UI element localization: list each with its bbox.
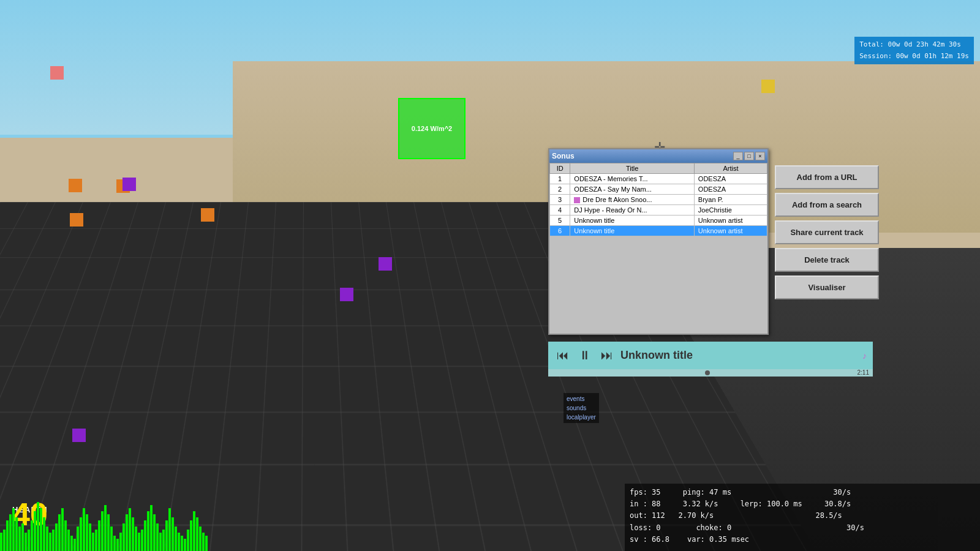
stat-fps: fps: 35 bbox=[630, 488, 661, 497]
svg-rect-58 bbox=[178, 533, 180, 551]
svg-rect-63 bbox=[193, 511, 195, 551]
svg-rect-14 bbox=[43, 517, 45, 551]
stat-rate3: 28.5/s bbox=[815, 511, 842, 520]
svg-rect-25 bbox=[77, 527, 79, 551]
stat-rate4: 30/s bbox=[846, 523, 864, 532]
svg-rect-21 bbox=[64, 520, 67, 551]
stat-rate1: 30/s bbox=[833, 488, 851, 497]
svg-rect-0 bbox=[0, 533, 2, 551]
track-row[interactable]: 6Unknown titleUnknown artist bbox=[550, 226, 767, 236]
prev-button[interactable]: ⏮ bbox=[554, 347, 571, 364]
svg-rect-57 bbox=[175, 527, 177, 551]
events-line2: sounds bbox=[567, 403, 596, 413]
share-track-button[interactable]: Share current track bbox=[775, 220, 879, 244]
track-artist: ODESZA bbox=[694, 174, 767, 184]
svg-rect-6 bbox=[18, 527, 21, 551]
svg-rect-4 bbox=[12, 508, 15, 551]
stat-var: var: 0.35 msec bbox=[687, 535, 749, 544]
stat-out: out: 112 bbox=[630, 511, 665, 520]
sonus-titlebar[interactable]: Sonus _ □ × bbox=[549, 149, 767, 163]
svg-rect-20 bbox=[61, 508, 64, 551]
svg-rect-3 bbox=[9, 514, 12, 551]
visualiser-button[interactable]: Visualiser bbox=[775, 276, 879, 299]
stat-choke: choke: 0 bbox=[696, 523, 731, 532]
track-table: ID Title Artist 1ODESZA - Memories T...O… bbox=[549, 163, 767, 236]
media-player-bar: ⏮ ⏸ ⏭ Unknown title ♪ bbox=[548, 342, 873, 369]
sonus-title: Sonus bbox=[552, 152, 575, 160]
track-title: ODESZA - Say My Nam... bbox=[570, 184, 695, 195]
events-line1: events bbox=[567, 394, 596, 403]
sonus-panel: Sonus _ □ × ID Title Artist 1ODESZA - Me… bbox=[548, 148, 769, 335]
events-line3: localplayer bbox=[567, 413, 596, 422]
track-title: Dre Dre ft Akon Snoo... bbox=[570, 195, 695, 205]
svg-rect-35 bbox=[107, 514, 110, 551]
session-value: 00w 0d 01h 12m 19s bbox=[896, 52, 969, 60]
sonus-close-button[interactable]: × bbox=[755, 152, 765, 160]
cube-pink-1 bbox=[50, 66, 64, 80]
sonus-window-controls[interactable]: _ □ × bbox=[733, 152, 765, 160]
track-id: 5 bbox=[550, 216, 570, 226]
svg-rect-55 bbox=[168, 508, 171, 551]
svg-rect-32 bbox=[98, 520, 100, 551]
svg-rect-9 bbox=[28, 530, 30, 551]
svg-rect-15 bbox=[46, 527, 48, 551]
stat-in: in : 88 bbox=[630, 500, 661, 508]
svg-rect-47 bbox=[144, 520, 146, 551]
track-row[interactable]: 3Dre Dre ft Akon Snoo...Bryan P. bbox=[550, 195, 767, 205]
svg-rect-64 bbox=[196, 517, 198, 551]
svg-rect-16 bbox=[49, 533, 51, 551]
delete-track-button[interactable]: Delete track bbox=[775, 248, 879, 272]
progress-thumb[interactable] bbox=[705, 370, 710, 375]
cube-orange-4 bbox=[70, 213, 83, 227]
timer-display: Total: 00w 0d 23h 42m 30s Session: 00w 0… bbox=[854, 37, 974, 64]
track-time: 2:11 bbox=[858, 369, 869, 377]
track-title: Unknown title bbox=[570, 226, 695, 236]
track-row[interactable]: 4DJ Hype - Ready Or N...JoeChristie bbox=[550, 205, 767, 216]
track-row[interactable]: 5Unknown titleUnknown artist bbox=[550, 216, 767, 226]
radiation-value: 0.124 W/m^2 bbox=[412, 125, 452, 132]
stat-lerp: lerp: 100.0 ms bbox=[741, 500, 802, 508]
stat-ping: ping: 47 ms bbox=[683, 488, 731, 497]
track-row[interactable]: 1ODESZA - Memories T...ODESZA bbox=[550, 174, 767, 184]
svg-rect-1 bbox=[3, 530, 6, 551]
track-row[interactable]: 2ODESZA - Say My Nam...ODESZA bbox=[550, 184, 767, 195]
stat-loss: loss: 0 bbox=[630, 523, 661, 532]
pause-button[interactable]: ⏸ bbox=[576, 347, 594, 364]
media-progress-bar[interactable]: 2:11 bbox=[548, 369, 873, 377]
svg-rect-13 bbox=[40, 508, 42, 551]
track-id: 3 bbox=[550, 195, 570, 205]
sonus-maximize-button[interactable]: □ bbox=[744, 152, 754, 160]
svg-rect-5 bbox=[15, 517, 18, 551]
svg-rect-52 bbox=[159, 533, 162, 551]
svg-rect-41 bbox=[126, 514, 128, 551]
svg-rect-44 bbox=[135, 527, 137, 551]
sonus-minimize-button[interactable]: _ bbox=[733, 152, 743, 160]
track-artist: Unknown artist bbox=[694, 226, 767, 236]
svg-rect-66 bbox=[202, 533, 205, 551]
svg-rect-56 bbox=[172, 517, 174, 551]
svg-rect-12 bbox=[37, 502, 39, 551]
svg-rect-40 bbox=[123, 523, 125, 551]
col-artist: Artist bbox=[694, 163, 767, 174]
svg-rect-24 bbox=[74, 539, 76, 551]
svg-rect-26 bbox=[80, 517, 82, 551]
add-search-button[interactable]: Add from a search bbox=[775, 193, 879, 217]
next-button[interactable]: ⏭ bbox=[598, 347, 616, 364]
col-title: Title bbox=[570, 163, 695, 174]
svg-rect-53 bbox=[162, 530, 165, 551]
svg-rect-11 bbox=[34, 511, 36, 551]
svg-rect-43 bbox=[132, 517, 134, 551]
events-overlay: events sounds localplayer bbox=[564, 393, 599, 423]
stat-rate2: 30.8/s bbox=[824, 500, 851, 508]
stat-sv: sv : 66.8 bbox=[630, 535, 669, 544]
svg-rect-34 bbox=[104, 505, 107, 551]
svg-rect-46 bbox=[141, 530, 143, 551]
svg-rect-65 bbox=[199, 527, 202, 551]
svg-rect-30 bbox=[92, 533, 94, 551]
track-id: 6 bbox=[550, 226, 570, 236]
svg-rect-36 bbox=[110, 527, 113, 551]
add-url-button[interactable]: Add from a URL bbox=[775, 165, 879, 189]
svg-rect-2 bbox=[6, 520, 9, 551]
col-id: ID bbox=[550, 163, 570, 174]
svg-rect-33 bbox=[101, 511, 104, 551]
